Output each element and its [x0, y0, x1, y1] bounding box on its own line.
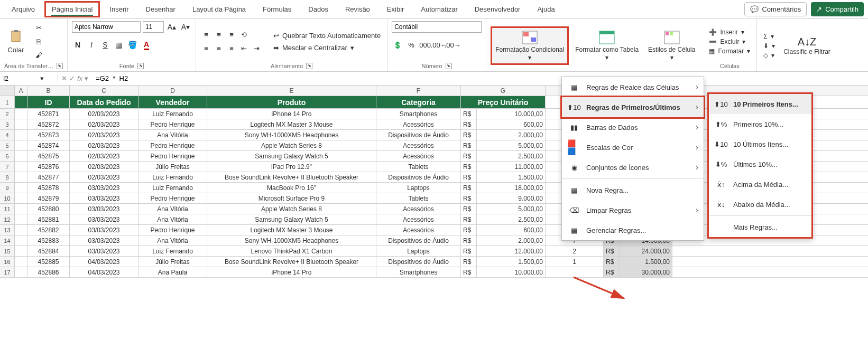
- row-header[interactable]: 7: [0, 162, 15, 172]
- enter-formula-button[interactable]: ✓: [69, 74, 75, 82]
- comments-button[interactable]: 💬 Comentários: [744, 2, 807, 16]
- cell[interactable]: 452879: [27, 193, 70, 203]
- cell[interactable]: [15, 204, 27, 214]
- align-middle-button[interactable]: ≡: [213, 29, 225, 41]
- cell[interactable]: Júlio Freitas: [138, 257, 207, 267]
- decrease-font-button[interactable]: A▾: [180, 21, 191, 33]
- cell-styles-button[interactable]: Estilos de Célula ▾: [645, 28, 698, 63]
- row-header[interactable]: 15: [0, 246, 15, 256]
- align-left-button[interactable]: ≡: [200, 43, 212, 54]
- increase-decimal-button[interactable]: .00←: [433, 39, 445, 51]
- cell[interactable]: 10.000,00: [477, 109, 546, 119]
- cell[interactable]: 03/03/2023: [70, 246, 138, 256]
- chevron-down-icon[interactable]: ▾: [85, 74, 88, 82]
- format-painter-button[interactable]: 🖌: [33, 50, 44, 61]
- cell[interactable]: Dispositivos de Áudio: [376, 172, 461, 182]
- cell[interactable]: Dispositivos de Áudio: [376, 130, 461, 140]
- cell[interactable]: 9.000,00: [477, 193, 546, 203]
- menu-new-rule[interactable]: ▦ Nova Regra...: [562, 180, 704, 200]
- autosum-button[interactable]: Σ▾: [761, 32, 777, 41]
- italic-button[interactable]: I: [86, 39, 97, 51]
- cell[interactable]: 03/03/2023: [70, 183, 138, 193]
- cell[interactable]: R$: [461, 235, 477, 245]
- cell[interactable]: Pedro Henrique: [138, 225, 207, 235]
- menu-top-10-percent[interactable]: ⬆% Primeiros 10%...: [709, 114, 811, 134]
- cell[interactable]: Microsoft Surface Pro 9: [207, 193, 376, 203]
- cell[interactable]: R$: [461, 267, 477, 277]
- cell[interactable]: [15, 162, 27, 172]
- align-top-button[interactable]: ≡: [200, 29, 212, 41]
- cell[interactable]: 2.000,00: [477, 235, 546, 245]
- cell[interactable]: 5.000,00: [477, 204, 546, 214]
- number-format-select[interactable]: [392, 21, 482, 33]
- cell[interactable]: Pedro Henrique: [138, 119, 207, 129]
- cell[interactable]: Luiz Fernando: [138, 109, 207, 119]
- cell[interactable]: 1.500,00: [477, 257, 546, 267]
- cell[interactable]: R$: [604, 267, 620, 277]
- cell[interactable]: 452886: [27, 267, 70, 277]
- cell[interactable]: Acessórios: [376, 119, 461, 129]
- cell[interactable]: Acessórios: [376, 204, 461, 214]
- menu-top-bottom-rules[interactable]: ⬆10 Regras de Primeiros/Últimos: [560, 96, 705, 119]
- cell[interactable]: 2.500,00: [477, 151, 546, 161]
- cell[interactable]: iPhone 14 Pro: [207, 267, 376, 277]
- row-header[interactable]: 1: [0, 96, 15, 108]
- cell[interactable]: R$: [461, 140, 477, 150]
- cell[interactable]: Logitech MX Master 3 Mouse: [207, 119, 376, 129]
- cell[interactable]: 452881: [27, 214, 70, 224]
- cell[interactable]: Acessórios: [376, 140, 461, 150]
- cell[interactable]: [15, 225, 27, 235]
- copy-button[interactable]: ⎘: [33, 36, 44, 48]
- header-produto[interactable]: Produto: [207, 96, 376, 108]
- row-header[interactable]: 5: [0, 140, 15, 150]
- cell[interactable]: 1.500,00: [477, 172, 546, 182]
- menu-clear-rules[interactable]: ⌫ Limpar Regras: [562, 200, 704, 220]
- cell[interactable]: 600,00: [477, 225, 546, 235]
- percent-button[interactable]: %: [405, 39, 417, 51]
- cell[interactable]: 03/03/2023: [70, 193, 138, 203]
- comma-button[interactable]: 000: [419, 39, 431, 51]
- cell[interactable]: Dispositivos de Áudio: [376, 257, 461, 267]
- cell[interactable]: [15, 119, 27, 129]
- cell[interactable]: Samsung Galaxy Watch 5: [207, 214, 376, 224]
- cell[interactable]: 452883: [27, 235, 70, 245]
- cell[interactable]: Júlio Freitas: [138, 162, 207, 172]
- align-center-button[interactable]: ≡: [213, 43, 225, 54]
- cell[interactable]: 04/03/2023: [70, 267, 138, 277]
- cell[interactable]: Ana Vitória: [138, 235, 207, 245]
- cell[interactable]: 452880: [27, 204, 70, 214]
- insert-cells-button[interactable]: ➕Inserir ▾: [707, 28, 752, 36]
- cell[interactable]: 600,00: [477, 119, 546, 129]
- tab-inserir[interactable]: Inserir: [102, 1, 136, 17]
- format-as-table-button[interactable]: Formatar como Tabela ▾: [572, 28, 642, 63]
- col-header-f[interactable]: F: [376, 86, 461, 96]
- cell[interactable]: [15, 130, 27, 140]
- cell[interactable]: iPhone 14 Pro: [207, 109, 376, 119]
- cell[interactable]: 452875: [27, 151, 70, 161]
- cell[interactable]: [15, 267, 27, 277]
- cell[interactable]: [15, 109, 27, 119]
- cell[interactable]: 02/03/2023: [70, 109, 138, 119]
- paste-button[interactable]: Colar: [4, 28, 27, 55]
- menu-top-10-items[interactable]: ⬆10 10 Primeiros Itens...: [709, 94, 811, 114]
- header-id[interactable]: ID: [27, 96, 70, 108]
- row-header[interactable]: 12: [0, 214, 15, 224]
- cell[interactable]: 1: [546, 257, 604, 267]
- underline-button[interactable]: S: [99, 39, 111, 51]
- increase-font-button[interactable]: A▴: [166, 21, 178, 33]
- cell[interactable]: Tablets: [376, 193, 461, 203]
- cell[interactable]: 5.000,00: [477, 140, 546, 150]
- tab-layout[interactable]: Layout da Página: [185, 1, 253, 17]
- cell[interactable]: 04/03/2023: [70, 257, 138, 267]
- cell[interactable]: Samsung Galaxy Watch 5: [207, 151, 376, 161]
- header-vendedor[interactable]: Vendedor: [138, 96, 207, 108]
- number-launcher[interactable]: ⬊: [446, 63, 452, 69]
- cell[interactable]: R$: [461, 130, 477, 140]
- cell[interactable]: Bose SoundLink Revolve+ II Bluetooth Spe…: [207, 257, 376, 267]
- tab-arquivo[interactable]: Arquivo: [4, 1, 42, 17]
- cell[interactable]: [15, 183, 27, 193]
- cell[interactable]: 10.000,00: [477, 267, 546, 277]
- cell[interactable]: Apple Watch Series 8: [207, 204, 376, 214]
- cell[interactable]: 12.000,00: [477, 246, 546, 256]
- cell[interactable]: Ana Paula: [138, 267, 207, 277]
